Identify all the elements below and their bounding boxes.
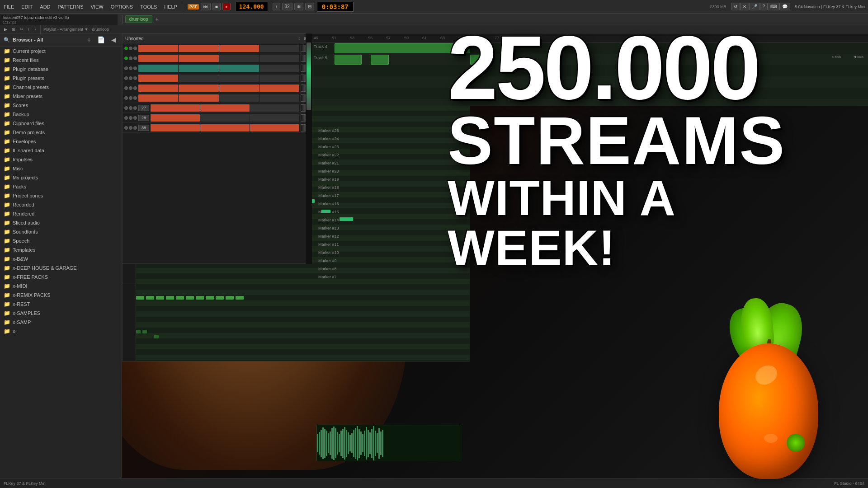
sidebar-item-misc[interactable]: 📁 Misc (0, 164, 122, 173)
sidebar-item-recorded[interactable]: 📁 Recorded (0, 200, 122, 209)
mix-btn[interactable]: ⊟ (305, 3, 314, 10)
sidebar-item-xdeep[interactable]: 📁 x-DEEP HOUSE & GARAGE (0, 263, 122, 272)
drumloop-btn[interactable]: drumloop (125, 15, 152, 23)
settings-btn[interactable]: ✕ (740, 3, 749, 10)
sidebar-item-backup[interactable]: 📁 Backup (0, 110, 122, 119)
ch-block (179, 75, 218, 82)
marker-item[interactable]: Marker #18 (316, 183, 371, 192)
sidebar-item-envelopes[interactable]: 📁 Envelopes (0, 137, 122, 146)
sidebar-item-rendered[interactable]: 📁 Rendered (0, 209, 122, 218)
menu-help[interactable]: HELP (160, 2, 181, 11)
sidebar-item-plugin-presets[interactable]: 📁 Plugin presets (0, 74, 122, 83)
marker-item[interactable]: Marker #10 (316, 249, 371, 257)
channel-rack-title: Unsorted (125, 36, 144, 41)
playlist-label: Playlist - Arrangement ▼ (43, 27, 88, 32)
track4-label: Track 4 (312, 44, 327, 49)
sidebar-item-sliced-audio[interactable]: 📁 Sliced audio (0, 218, 122, 227)
ch-dots (124, 96, 137, 100)
sidebar-item-x[interactable]: 📁 x- (0, 327, 122, 336)
t3-btn5[interactable]: ⟩ (33, 26, 38, 33)
browser-add-btn[interactable]: + (85, 35, 93, 44)
sidebar-item-templates[interactable]: 📁 Templates (0, 245, 122, 254)
sidebar-item-xfree[interactable]: 📁 x-FREE PACKS (0, 272, 122, 282)
t3-btn4[interactable]: ⟨ (27, 26, 31, 33)
sidebar-item-current-project[interactable]: 📁 Current project (0, 47, 122, 56)
ch-dot (129, 66, 132, 70)
marker-item[interactable]: Marker #8 (316, 265, 371, 273)
sidebar-item-xrest[interactable]: 📁 x-REST (0, 300, 122, 309)
help-btn[interactable]: ? (760, 3, 768, 10)
sidebar-item-plugin-database[interactable]: 📁 Plugin database (0, 65, 122, 74)
sidebar-item-recent-files[interactable]: 📁 Recent files (0, 56, 122, 65)
sidebar-item-soundfonts[interactable]: 📁 Soundfonts (0, 227, 122, 236)
volume-fader[interactable] (307, 42, 311, 110)
menu-tools[interactable]: TOOLS (137, 2, 160, 11)
marker-item[interactable]: Marker #13 (316, 224, 371, 232)
sidebar-item-clipboard-files[interactable]: 📁 Clipboard files (0, 119, 122, 128)
menu-patterns[interactable]: PATTERNS (54, 2, 87, 11)
marker-item[interactable]: Marker #21 (316, 159, 371, 167)
svg-rect-10 (333, 427, 335, 460)
sidebar-item-xsamp[interactable]: 📁 x-SAMP (0, 318, 122, 327)
marker-item[interactable]: Marker #24 (316, 135, 371, 143)
sidebar-item-demo-projects[interactable]: 📁 Demo projects (0, 128, 122, 137)
chat-btn[interactable]: 💬 (779, 3, 790, 10)
menu-view[interactable]: VIEW (87, 2, 107, 11)
sidebar-item-speech[interactable]: 📁 Speech (0, 236, 122, 245)
t3-btn3[interactable]: ✂ (19, 26, 25, 33)
menu-add[interactable]: ADD (36, 2, 54, 11)
sidebar-item-my-projects[interactable]: 📁 My projects (0, 173, 122, 182)
bpm-display[interactable]: 124.000 (235, 2, 268, 11)
marker-item[interactable]: Marker #12 (316, 232, 371, 240)
prev-button[interactable]: ⏮ (201, 3, 211, 10)
sidebar-item-xbw[interactable]: 📁 x-B&W (0, 254, 122, 263)
sidebar-item-scores[interactable]: 📁 Scores (0, 101, 122, 110)
marker-item[interactable]: Marker #14 (316, 216, 371, 224)
menu-file[interactable]: FILE (0, 2, 18, 11)
tune-btn[interactable]: ♪ (273, 3, 280, 10)
svg-rect-6 (326, 431, 327, 456)
sidebar-item-channel-presets[interactable]: 📁 Channel presets (0, 83, 122, 92)
sidebar-item-xremix[interactable]: 📁 x-REMIX PACKS (0, 291, 122, 300)
menu-options[interactable]: OPTIONS (107, 2, 137, 11)
browser-arrow-btn[interactable]: ◀ (109, 35, 118, 44)
browser-title: Browser - All (13, 37, 43, 42)
marker-item[interactable]: Marker #25 (316, 127, 371, 135)
sidebar-item-project-bones[interactable]: 📁 Project bones (0, 191, 122, 200)
sidebar-item-xmidi[interactable]: 📁 x-MIDI (0, 282, 122, 291)
marker-item[interactable]: Marker #22 (316, 151, 371, 159)
browser-folder-btn[interactable]: 📄 (95, 35, 107, 44)
svg-rect-7 (328, 433, 329, 453)
t3-btn1[interactable]: ▶ (3, 26, 9, 33)
record-button[interactable]: ● (222, 3, 231, 10)
plus-btn[interactable]: + (154, 15, 160, 23)
timeline-num: 49 (314, 36, 323, 40)
sidebar-item-il-shared-data[interactable]: 📁 IL shared data (0, 146, 122, 155)
cpu-btn[interactable]: ↺ (731, 3, 740, 10)
sidebar-item-impulses[interactable]: 📁 Impulses (0, 155, 122, 164)
vol-btn[interactable]: ≋ (294, 3, 303, 10)
folder-icon: 📁 (4, 238, 10, 244)
svg-rect-29 (368, 430, 369, 457)
sidebar-item-packs[interactable]: 📁 Packs (0, 182, 122, 191)
marker-item[interactable]: Marker #19 (316, 175, 371, 183)
marker-item[interactable]: Marker #11 (316, 240, 371, 249)
stop-button[interactable]: ■ (212, 3, 221, 10)
marker-item[interactable]: Marker #16 (316, 200, 371, 208)
ch-btn[interactable]: 32 (282, 3, 292, 10)
marker-item[interactable]: Marker #17 (316, 192, 371, 200)
marker-item[interactable]: Marker #20 (316, 167, 371, 175)
menu-edit[interactable]: EDIT (18, 2, 36, 11)
sidebar-item-mixer-presets[interactable]: 📁 Mixer presets (0, 92, 122, 101)
channel-row (123, 83, 311, 93)
sidebar-item-xsamples[interactable]: 📁 x-SAMPLES (0, 309, 122, 318)
ch-dots (124, 66, 137, 70)
mic-btn[interactable]: 🎤 (749, 3, 760, 10)
marker-item[interactable]: Marker #7 (316, 273, 371, 281)
marker-item[interactable]: Marker #23 (316, 143, 371, 151)
marker-item[interactable]: Marker #15 (316, 208, 371, 216)
t3-btn2[interactable]: ⊞ (10, 26, 17, 33)
rack-sort-btn[interactable]: ↕ (297, 35, 302, 42)
midi-btn[interactable]: ⌨ (768, 3, 779, 10)
marker-item[interactable]: Marker #9 (316, 257, 371, 265)
